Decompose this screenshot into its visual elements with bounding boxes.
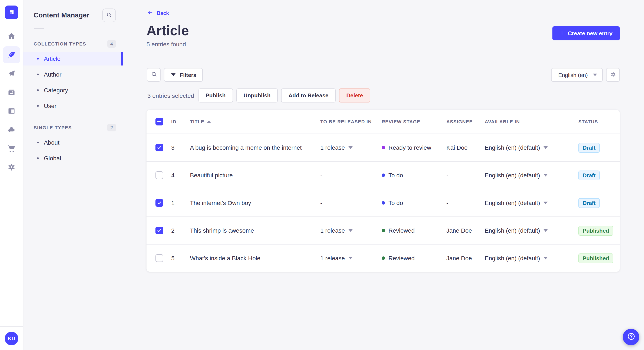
sidebar-item-category[interactable]: Category: [24, 83, 123, 97]
nav-rail-footer: KD: [0, 326, 23, 350]
sidebar-divider: [34, 28, 44, 29]
filters-label: Filters: [180, 72, 196, 78]
cell-id: 4: [171, 172, 190, 178]
row-checkbox[interactable]: [156, 172, 163, 179]
cell-id: 1: [171, 199, 190, 206]
publish-button[interactable]: Publish: [198, 88, 233, 103]
sidebar-item-label: User: [44, 103, 56, 109]
strapi-logo-icon: [5, 5, 18, 19]
column-header-assignee: ASSIGNEE: [446, 119, 485, 124]
table-header-row: ID TITLE TO BE RELEASED IN REVIEW STAGE …: [146, 110, 620, 134]
cell-review-stage: Reviewed: [382, 227, 446, 234]
sidebar-item-label: Global: [44, 155, 61, 162]
sidebar-item-about[interactable]: About: [24, 136, 123, 149]
cell-to-be-released-in: -: [320, 199, 382, 206]
cell-title: The internet's Own boy: [190, 199, 320, 206]
cell-id: 2: [171, 227, 190, 234]
column-header-title[interactable]: TITLE: [190, 119, 320, 124]
content-type-builder-icon[interactable]: [3, 103, 20, 120]
table-body: 3 A bug is becoming a meme on the intern…: [146, 134, 620, 272]
sidebar-sections: COLLECTION TYPES 4 ArticleAuthorCategory…: [24, 40, 123, 165]
settings-gear-icon[interactable]: [3, 159, 20, 176]
table-row[interactable]: 5 What's inside a Black Hole 1 release R…: [146, 244, 620, 272]
table-row[interactable]: 4 Beautiful picture - To do - English (e…: [146, 161, 620, 189]
bullet-icon: [37, 58, 39, 59]
search-icon: [150, 71, 157, 79]
entries-count: 5 entries found: [146, 41, 189, 48]
stage-dot-icon: [382, 256, 385, 260]
entries-table: ID TITLE TO BE RELEASED IN REVIEW STAGE …: [146, 110, 620, 272]
cell-review-stage: To do: [382, 172, 446, 178]
sidebar-item-user[interactable]: User: [24, 99, 123, 113]
cell-title: What's inside a Black Hole: [190, 255, 320, 262]
stage-dot-icon: [382, 146, 385, 149]
cell-assignee: -: [446, 172, 485, 178]
chevron-down-icon[interactable]: [544, 146, 548, 149]
page-title: Article: [146, 24, 189, 37]
sidebar-section: COLLECTION TYPES 4 ArticleAuthorCategory…: [24, 40, 123, 113]
cell-title: A bug is becoming a meme on the internet: [190, 144, 320, 151]
add-to-release-button[interactable]: Add to Release: [281, 88, 336, 103]
help-button[interactable]: [623, 329, 639, 345]
sort-asc-icon: [207, 120, 210, 123]
table-row[interactable]: 1 The internet's Own boy - To do - Engli…: [146, 189, 620, 216]
chevron-down-icon[interactable]: [544, 257, 548, 259]
row-checkbox[interactable]: [156, 144, 163, 151]
cloud-icon[interactable]: [3, 121, 20, 138]
sidebar-section-count-badge: 2: [107, 124, 116, 131]
chevron-down-icon[interactable]: [544, 229, 548, 232]
sidebar-section-label: COLLECTION TYPES: [34, 41, 86, 46]
stage-dot-icon: [382, 201, 385, 204]
sidebar-section: SINGLE TYPES 2 AboutGlobal: [24, 124, 123, 165]
table-search-button[interactable]: [147, 68, 160, 82]
table-row[interactable]: 3 A bug is becoming a meme on the intern…: [146, 134, 620, 161]
status-badge: Published: [578, 226, 613, 235]
row-checkbox[interactable]: [156, 254, 163, 262]
sidebar-search-button[interactable]: [102, 8, 116, 22]
chevron-down-icon[interactable]: [544, 174, 548, 176]
select-all-checkbox[interactable]: [156, 118, 163, 126]
chevron-down-icon[interactable]: [544, 201, 548, 204]
nav-rail-items: [3, 28, 20, 176]
user-avatar[interactable]: KD: [5, 332, 18, 345]
column-header-to-be-released-in: TO BE RELEASED IN: [320, 119, 382, 124]
sidebar-item-article[interactable]: Article: [24, 52, 123, 65]
cell-review-stage: Ready to review: [382, 144, 446, 151]
status-badge: Draft: [578, 170, 600, 180]
sidebar-item-global[interactable]: Global: [24, 151, 123, 165]
cell-available-in: English (en) (default): [485, 255, 578, 262]
sidebar-item-author[interactable]: Author: [24, 68, 123, 81]
column-header-available-in: AVAILABLE IN: [485, 119, 578, 124]
strapi-admin-app: KD Content Manager COLLECTION TYPES 4 Ar…: [0, 0, 644, 350]
cell-to-be-released-in: 1 release: [320, 255, 382, 262]
releases-plane-icon[interactable]: [3, 65, 20, 82]
locale-select[interactable]: English (en): [551, 68, 603, 82]
main-content: Back Article 5 entries found Create new …: [123, 0, 644, 350]
content-manager-feather-icon[interactable]: [3, 46, 20, 63]
chevron-down-icon[interactable]: [348, 146, 352, 149]
cell-available-in: English (en) (default): [485, 199, 578, 206]
cell-to-be-released-in: 1 release: [320, 144, 382, 151]
cell-review-stage: To do: [382, 199, 446, 206]
chevron-down-icon: [593, 74, 597, 76]
filters-button[interactable]: Filters: [164, 68, 203, 82]
cell-status: Published: [578, 226, 620, 235]
sidebar-section-label: SINGLE TYPES: [34, 125, 72, 130]
table-row[interactable]: 2 This shrimp is awesome 1 release Revie…: [146, 216, 620, 244]
cell-status: Draft: [578, 143, 620, 153]
row-checkbox[interactable]: [156, 199, 163, 207]
create-new-entry-button[interactable]: Create new entry: [552, 26, 620, 40]
marketplace-cart-icon[interactable]: [3, 140, 20, 157]
media-library-icon[interactable]: [3, 84, 20, 101]
home-icon[interactable]: [3, 28, 20, 45]
unpublish-button[interactable]: Unpublish: [236, 88, 278, 103]
nav-rail: KD: [0, 0, 24, 350]
delete-button[interactable]: Delete: [339, 88, 370, 103]
cell-id: 5: [171, 255, 190, 262]
cell-available-in: English (en) (default): [485, 144, 578, 151]
chevron-down-icon[interactable]: [348, 229, 352, 232]
chevron-down-icon[interactable]: [348, 257, 352, 259]
back-link[interactable]: Back: [147, 9, 169, 16]
row-checkbox[interactable]: [156, 227, 163, 234]
view-settings-button[interactable]: [606, 68, 620, 82]
